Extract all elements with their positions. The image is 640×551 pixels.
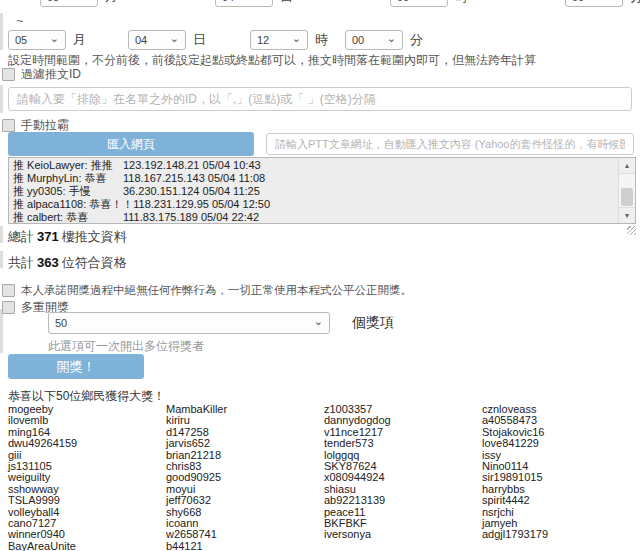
pledge-label: 本人承諾開獎過程中絕無任何作弊行為，一切正常使用本程式公平公正開獎。	[21, 283, 412, 298]
scrollbar-thumb[interactable]	[621, 188, 633, 206]
winner-id: BayAreaUnite	[8, 541, 166, 551]
prize-count-select[interactable]: 50 ⌄	[48, 312, 330, 334]
comment-line: 推 alpaca1108: 恭喜！！118.231.129.95 05/04 1…	[13, 198, 631, 211]
filter-id-checkbox[interactable]	[2, 68, 15, 81]
start-hour-value: 00	[397, 0, 409, 3]
chevron-down-icon: ⌄	[50, 33, 59, 43]
start-day-select[interactable]: 04 ⌄	[215, 0, 273, 7]
winner-column: MambaKillerkirirud147258jarvis652brian21…	[166, 404, 324, 551]
chevron-down-icon: ⌄	[292, 33, 301, 43]
chevron-down-icon: ⌄	[314, 316, 323, 326]
indent-bar-time	[0, 13, 3, 50]
winner-id: spirit4442	[482, 495, 640, 506]
end-minute-value: 00	[352, 34, 364, 46]
end-hour-group: 12 ⌄ 時	[250, 30, 328, 50]
filter-id-checkbox-row: 過濾推文ID	[2, 66, 81, 83]
end-day-select[interactable]: 04 ⌄	[128, 30, 186, 50]
resize-grip-icon[interactable]	[627, 226, 636, 235]
indent-bar-idfilter	[0, 85, 3, 113]
winner-id: love841229	[482, 438, 640, 449]
winner-column: z1003357dannydogdogv11nce1217tender573lo…	[324, 404, 482, 551]
winner-id: jeff70632	[166, 495, 324, 506]
start-month-group: 05 ⌄ 月	[40, 0, 118, 7]
chevron-down-icon: ⌄	[170, 33, 179, 43]
month-unit-label: 月	[73, 31, 86, 49]
comment-lines: 推 KeioLawyer: 推推123.192.148.21 05/04 10:…	[9, 158, 635, 224]
indent-bar-qualified	[0, 251, 3, 268]
import-webpage-button[interactable]: 匯入網頁	[8, 132, 254, 156]
ptt-lottery-tool: 05 ⌄ 月 04 ⌄ 日 00 ⌄ 時 00 ⌄ 分 ~ 05 ⌄ 月	[0, 0, 640, 551]
pledge-checkbox[interactable]	[2, 284, 15, 297]
prize-count-group: 50 ⌄ 個獎項	[48, 312, 394, 334]
month-unit-label: 月	[105, 0, 118, 6]
end-day-value: 04	[135, 34, 147, 46]
end-hour-value: 12	[257, 34, 269, 46]
prize-count-value: 50	[55, 317, 67, 329]
comment-line: 推 MurphyLin: 恭喜118.167.215.143 05/04 11:…	[13, 172, 631, 185]
scroll-up-icon[interactable]: ▲	[619, 158, 635, 174]
winner-column: cznloveassa40558473Stojakovic16love84122…	[482, 404, 640, 551]
start-hour-select[interactable]: 00 ⌄	[390, 0, 448, 7]
start-day-group: 04 ⌄ 日	[215, 0, 293, 7]
winner-id: ab92213139	[324, 495, 482, 506]
winner-column: mogeebyilovemlbming164dwu49264159giiijs1…	[8, 404, 166, 551]
multi-draw-checkbox[interactable]	[2, 301, 15, 314]
prize-unit-label: 個獎項	[352, 314, 394, 332]
minute-unit-label: 分	[410, 31, 423, 49]
winner-id: TSLA9999	[8, 495, 166, 506]
winner-id: adgjl1793179	[482, 529, 640, 540]
winner-id: jarvis652	[166, 438, 324, 449]
qualified-label: 共計	[8, 255, 34, 270]
qualified-count-line: 共計363位符合資格	[8, 254, 127, 272]
day-unit-label: 日	[193, 31, 206, 49]
end-hour-select[interactable]: 12 ⌄	[250, 30, 308, 50]
qualified-value: 363	[37, 255, 59, 270]
end-minute-group: 00 ⌄ 分	[345, 30, 423, 50]
comments-textarea[interactable]: 推 KeioLawyer: 推推123.192.148.21 05/04 10:…	[8, 157, 636, 224]
start-minute-group: 00 ⌄ 分	[565, 0, 640, 7]
total-unit: 樓推文資料	[62, 229, 127, 244]
winner-id: tender573	[324, 438, 482, 449]
total-value: 371	[37, 229, 59, 244]
day-unit-label: 日	[280, 0, 293, 6]
manual-slot-checkbox[interactable]	[2, 119, 15, 132]
winner-id: iversonya	[324, 529, 482, 540]
exclude-id-input[interactable]	[8, 87, 632, 111]
indent-bar-total	[0, 226, 3, 243]
winner-id: dwu49264159	[8, 438, 166, 449]
start-month-select[interactable]: 05 ⌄	[40, 0, 98, 7]
start-month-value: 05	[47, 0, 59, 3]
end-month-group: 05 ⌄ 月	[8, 30, 86, 50]
chevron-down-icon: ⌄	[387, 33, 396, 43]
hour-unit-label: 時	[455, 0, 468, 6]
start-day-value: 04	[222, 0, 234, 3]
time-range-help-text: 設定時間範圍，不分前後，前後設定起點或終點都可以，推文時間落在範圍內即可，但無法…	[8, 52, 536, 69]
comment-line: 推 calbert: 恭喜111.83.175.189 05/04 22:42	[13, 211, 631, 224]
end-minute-select[interactable]: 00 ⌄	[345, 30, 403, 50]
comment-line: 推 KeioLawyer: 推推123.192.148.21 05/04 10:…	[13, 159, 631, 172]
end-day-group: 04 ⌄ 日	[128, 30, 206, 50]
end-month-select[interactable]: 05 ⌄	[8, 30, 66, 50]
draw-button[interactable]: 開獎！	[8, 354, 144, 379]
article-url-input[interactable]	[266, 133, 634, 155]
hour-unit-label: 時	[315, 31, 328, 49]
winners-grid: mogeebyilovemlbming164dwu49264159giiijs1…	[8, 404, 640, 551]
start-minute-select[interactable]: 00 ⌄	[565, 0, 623, 7]
total-label: 總計	[8, 229, 34, 244]
total-comments-line: 總計371樓推文資料	[8, 228, 127, 246]
minute-unit-label: 分	[630, 0, 640, 6]
multi-draw-hint: 此選項可一次開出多位得獎者	[48, 338, 204, 355]
scrollbar[interactable]: ▲ ▼	[618, 158, 635, 223]
filter-id-label: 過濾推文ID	[21, 66, 81, 83]
start-hour-group: 00 ⌄ 時	[390, 0, 468, 7]
scroll-down-icon[interactable]: ▼	[619, 207, 635, 223]
winner-id: b44121	[166, 541, 324, 551]
qualified-unit: 位符合資格	[62, 255, 127, 270]
time-range-separator: ~	[16, 13, 24, 28]
pledge-checkbox-row: 本人承諾開獎過程中絕無任何作弊行為，一切正常使用本程式公平公正開獎。	[2, 283, 412, 298]
comment-line: 推 yy0305: 手慢36.230.151.124 05/04 11:25	[13, 185, 631, 198]
end-month-value: 05	[15, 34, 27, 46]
start-minute-value: 00	[572, 0, 584, 3]
